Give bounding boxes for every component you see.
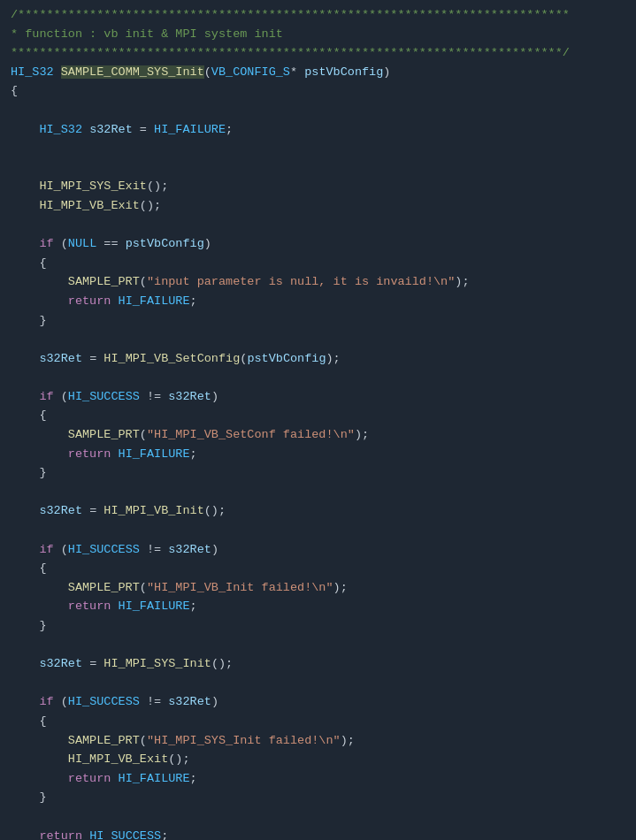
code-line-23: SAMPLE_PRT("HI_MPI_VB_SetConf failed!\n"… bbox=[0, 425, 636, 445]
code-line-36 bbox=[0, 674, 636, 693]
code-line-39: SAMPLE_PRT("HI_MPI_SYS_Init failed!\n"); bbox=[0, 731, 636, 751]
code-line-40: HI_MPI_VB_Exit(); bbox=[0, 750, 636, 769]
code-line-28 bbox=[0, 521, 636, 540]
code-line-33: } bbox=[0, 616, 636, 636]
code-line-38: { bbox=[0, 712, 636, 731]
code-line-41: return HI_FAILURE; bbox=[0, 769, 636, 789]
code-line-15: SAMPLE_PRT("input parameter is null, it … bbox=[0, 272, 636, 292]
code-line-21: if (HI_SUCCESS != s32Ret) bbox=[0, 387, 636, 407]
code-line-11: HI_MPI_VB_Exit(); bbox=[0, 196, 636, 216]
code-line-31: SAMPLE_PRT("HI_MPI_VB_Init failed!\n"); bbox=[0, 578, 636, 598]
code-line-9 bbox=[0, 158, 636, 178]
code-line-10: HI_MPI_SYS_Exit(); bbox=[0, 177, 636, 196]
code-line-20 bbox=[0, 368, 636, 387]
code-line-4: HI_S32 SAMPLE_COMM_SYS_Init(VB_CONFIG_S*… bbox=[0, 63, 636, 82]
code-line-19: s32Ret = HI_MPI_VB_SetConfig(pstVbConfig… bbox=[0, 349, 636, 369]
code-line-14: { bbox=[0, 254, 636, 273]
code-line-32: return HI_FAILURE; bbox=[0, 597, 636, 616]
code-line-12 bbox=[0, 216, 636, 235]
code-editor: /***************************************… bbox=[0, 0, 636, 840]
code-line-26 bbox=[0, 483, 636, 502]
code-line-13: if (NULL == pstVbConfig) bbox=[0, 234, 636, 254]
code-line-7: HI_S32 s32Ret = HI_FAILURE; bbox=[0, 120, 636, 140]
code-line-8 bbox=[0, 139, 636, 158]
code-line-35: s32Ret = HI_MPI_SYS_Init(); bbox=[0, 654, 636, 674]
code-line-18 bbox=[0, 330, 636, 349]
code-line-29: if (HI_SUCCESS != s32Ret) bbox=[0, 540, 636, 560]
code-line-22: { bbox=[0, 406, 636, 425]
code-line-16: return HI_FAILURE; bbox=[0, 292, 636, 311]
code-line-30: { bbox=[0, 559, 636, 578]
code-line-25: } bbox=[0, 463, 636, 483]
code-line-27: s32Ret = HI_MPI_VB_Init(); bbox=[0, 501, 636, 521]
code-line-37: if (HI_SUCCESS != s32Ret) bbox=[0, 692, 636, 712]
code-line-3: ****************************************… bbox=[0, 43, 636, 63]
code-line-44: return HI_SUCCESS; bbox=[0, 827, 636, 840]
code-line-2: * function : vb init & MPI system init bbox=[0, 25, 636, 44]
code-line-42: } bbox=[0, 788, 636, 807]
code-line-5: { bbox=[0, 81, 636, 101]
code-line-6 bbox=[0, 101, 636, 120]
code-line-17: } bbox=[0, 311, 636, 331]
code-line-1: /***************************************… bbox=[0, 5, 636, 25]
code-line-34 bbox=[0, 636, 636, 655]
code-line-24: return HI_FAILURE; bbox=[0, 445, 636, 464]
code-line-43 bbox=[0, 807, 636, 827]
